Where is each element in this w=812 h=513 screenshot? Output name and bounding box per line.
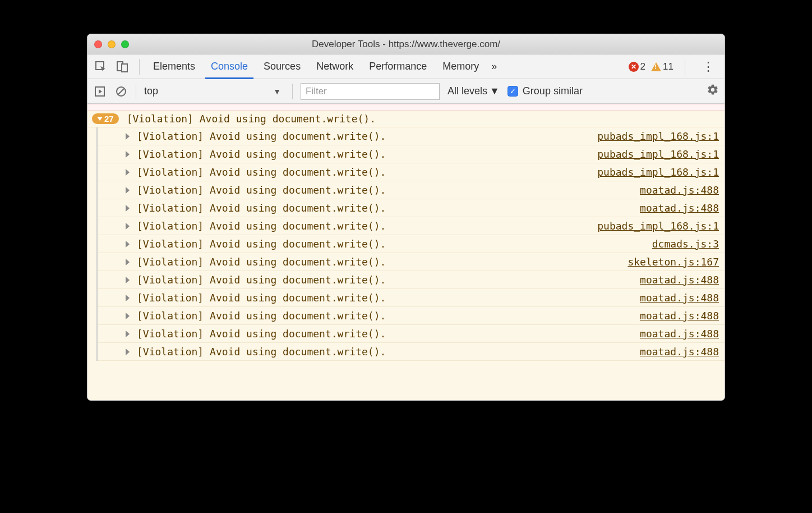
expand-caret-icon[interactable] — [126, 205, 130, 212]
console-log-row: [Violation] Avoid using document.write()… — [98, 199, 725, 217]
settings-menu-icon[interactable]: ⋮ — [696, 59, 720, 74]
console-log-row: [Violation] Avoid using document.write()… — [98, 145, 725, 163]
console-log-row: [Violation] Avoid using document.write()… — [98, 271, 725, 289]
chevron-down-icon: ▼ — [490, 85, 500, 97]
log-source-link[interactable]: pubads_impl_168.js:1 — [597, 130, 719, 142]
expand-caret-icon[interactable] — [126, 169, 130, 176]
expand-caret-icon[interactable] — [126, 295, 130, 301]
clipped-row — [87, 104, 725, 111]
panel-tabs-row: ElementsConsoleSourcesNetworkPerformance… — [87, 54, 725, 79]
log-message: [Violation] Avoid using document.write()… — [137, 148, 597, 160]
expand-caret-icon[interactable] — [126, 349, 130, 355]
warning-icon — [651, 62, 661, 71]
console-log-row: [Violation] Avoid using document.write()… — [98, 127, 725, 145]
log-message: [Violation] Avoid using document.write()… — [137, 130, 597, 142]
console-output: 27 [Violation] Avoid using document.writ… — [87, 104, 725, 400]
clear-console-icon[interactable] — [114, 85, 128, 98]
warning-count: 11 — [663, 61, 673, 72]
log-message: [Violation] Avoid using document.write()… — [137, 256, 628, 268]
error-count: 2 — [640, 61, 645, 72]
console-log-row: [Violation] Avoid using document.write()… — [98, 235, 725, 253]
log-source-link[interactable]: pubads_impl_168.js:1 — [597, 148, 719, 160]
close-window-button[interactable] — [94, 40, 102, 48]
group-count-badge[interactable]: 27 — [92, 113, 119, 124]
expand-caret-icon[interactable] — [126, 259, 130, 265]
log-message: [Violation] Avoid using document.write()… — [137, 310, 640, 322]
context-value: top — [144, 85, 158, 97]
expand-caret-icon[interactable] — [126, 241, 130, 248]
error-count-badge[interactable]: ✕ 2 — [629, 61, 645, 72]
log-message: [Violation] Avoid using document.write()… — [137, 166, 597, 178]
panel-tablist: ElementsConsoleSourcesNetworkPerformance… — [145, 54, 487, 79]
show-sidebar-icon[interactable] — [93, 85, 107, 98]
window-title: Developer Tools - https://www.theverge.c… — [87, 39, 725, 50]
console-log-row: [Violation] Avoid using document.write()… — [98, 181, 725, 199]
log-message: [Violation] Avoid using document.write()… — [137, 346, 640, 358]
error-icon: ✕ — [629, 62, 639, 72]
console-log-row: [Violation] Avoid using document.write()… — [98, 325, 725, 343]
expand-caret-icon[interactable] — [126, 187, 130, 194]
tab-memory[interactable]: Memory — [435, 54, 487, 79]
inspect-element-icon[interactable] — [94, 60, 108, 74]
tabs-right-status: ✕ 2 11 ⋮ — [629, 59, 720, 75]
log-source-link[interactable]: pubads_impl_168.js:1 — [597, 166, 719, 178]
log-source-link[interactable]: skeleton.js:167 — [628, 256, 719, 268]
svg-rect-2 — [122, 64, 127, 72]
group-count: 27 — [104, 114, 114, 123]
log-source-link[interactable]: pubads_impl_168.js:1 — [597, 220, 719, 232]
log-source-link[interactable]: moatad.js:488 — [640, 184, 719, 196]
expand-caret-icon[interactable] — [126, 277, 130, 283]
tab-sources[interactable]: Sources — [256, 54, 308, 79]
checkbox-checked-icon: ✓ — [507, 86, 518, 97]
log-message: [Violation] Avoid using document.write()… — [137, 238, 652, 250]
expand-caret-icon[interactable] — [126, 313, 130, 319]
log-levels-selector[interactable]: All levels ▼ — [447, 85, 500, 97]
context-selector[interactable]: top ▼ — [144, 85, 284, 97]
log-source-link[interactable]: moatad.js:488 — [640, 310, 719, 322]
group-similar-label: Group similar — [523, 85, 583, 97]
group-similar-toggle[interactable]: ✓ Group similar — [507, 85, 583, 97]
log-message: [Violation] Avoid using document.write()… — [137, 220, 597, 232]
divider — [292, 84, 293, 99]
chevron-down-icon: ▼ — [273, 87, 281, 96]
divider — [139, 59, 140, 75]
left-dock-icons — [92, 60, 133, 74]
titlebar: Developer Tools - https://www.theverge.c… — [87, 34, 725, 54]
log-message: [Violation] Avoid using document.write()… — [137, 328, 640, 340]
console-log-row: [Violation] Avoid using document.write()… — [98, 163, 725, 181]
levels-label: All levels — [447, 85, 487, 97]
log-source-link[interactable]: dcmads.js:3 — [652, 238, 719, 250]
device-toolbar-icon[interactable] — [116, 60, 129, 74]
svg-line-6 — [118, 89, 124, 94]
group-message: [Violation] Avoid using document.write()… — [127, 113, 376, 125]
console-log-row: [Violation] Avoid using document.write()… — [98, 307, 725, 325]
expand-caret-icon[interactable] — [126, 151, 130, 158]
console-group-children: [Violation] Avoid using document.write()… — [96, 127, 725, 361]
warning-count-badge[interactable]: 11 — [651, 61, 673, 72]
minimize-window-button[interactable] — [108, 40, 116, 48]
chevron-down-icon — [97, 117, 103, 121]
console-settings-icon[interactable] — [707, 84, 719, 99]
log-source-link[interactable]: moatad.js:488 — [640, 274, 719, 286]
traffic-lights — [87, 40, 129, 48]
log-source-link[interactable]: moatad.js:488 — [640, 202, 719, 214]
zoom-window-button[interactable] — [121, 40, 129, 48]
filter-input[interactable] — [301, 83, 440, 100]
tab-network[interactable]: Network — [308, 54, 361, 79]
expand-caret-icon[interactable] — [126, 331, 130, 337]
tab-elements[interactable]: Elements — [145, 54, 203, 79]
log-source-link[interactable]: moatad.js:488 — [640, 328, 719, 340]
console-log-row: [Violation] Avoid using document.write()… — [98, 217, 725, 235]
log-source-link[interactable]: moatad.js:488 — [640, 346, 719, 358]
tab-console[interactable]: Console — [203, 54, 256, 79]
expand-caret-icon[interactable] — [126, 223, 130, 230]
divider — [136, 84, 136, 99]
console-log-row: [Violation] Avoid using document.write()… — [98, 289, 725, 307]
tab-performance[interactable]: Performance — [361, 54, 435, 79]
more-tabs-chevron-icon[interactable]: » — [487, 61, 501, 72]
svg-marker-4 — [99, 89, 102, 94]
log-source-link[interactable]: moatad.js:488 — [640, 292, 719, 304]
log-message: [Violation] Avoid using document.write()… — [137, 184, 640, 196]
expand-caret-icon[interactable] — [126, 133, 130, 140]
console-toolbar: top ▼ All levels ▼ ✓ Group similar — [87, 79, 725, 104]
